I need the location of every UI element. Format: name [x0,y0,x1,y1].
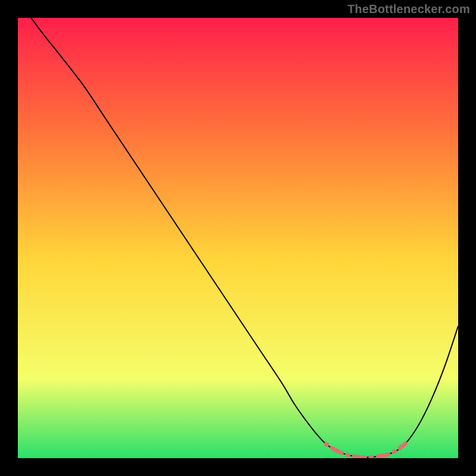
watermark-text: TheBottlenecker.com [347,2,470,16]
chart-frame: TheBottlenecker.com [0,0,476,476]
bottleneck-chart [18,18,458,458]
plot-area [18,18,458,458]
gradient-background [18,18,458,458]
